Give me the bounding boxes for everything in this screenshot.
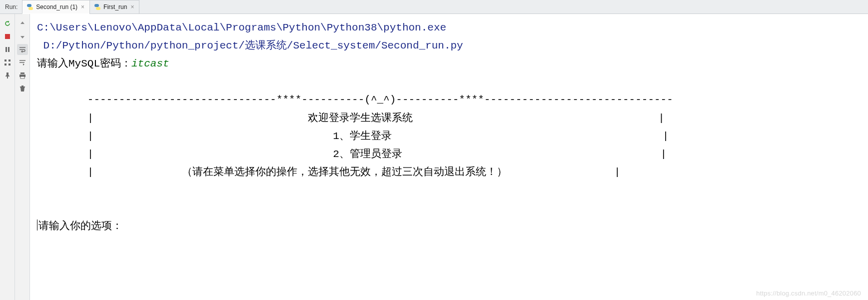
tab-first-run[interactable]: First_run × <box>89 0 139 14</box>
pause-button[interactable] <box>2 44 13 55</box>
svg-rect-7 <box>20 72 24 74</box>
svg-rect-3 <box>4 60 6 62</box>
script-path: D:/Python/Python/python_project/选课系统/Sel… <box>37 40 463 52</box>
python-icon <box>26 4 33 10</box>
menu-hint: | （请在菜单选择你的操作，选择其他无效，超过三次自动退出系统！） | <box>37 166 621 178</box>
tab-bar: Run: Second_run (1) × First_run × <box>0 0 868 14</box>
structure-button[interactable] <box>2 57 13 68</box>
python-icon <box>94 4 101 10</box>
svg-rect-9 <box>20 76 24 78</box>
secondary-toolbar <box>15 14 30 300</box>
tab-title: Second_run (1) <box>36 4 77 10</box>
close-icon[interactable]: × <box>80 4 85 10</box>
watermark: https://blog.csdn.net/m0_46202060 <box>756 290 861 297</box>
svg-rect-0 <box>5 34 10 39</box>
run-tool-window: Run: Second_run (1) × First_run × <box>0 0 868 300</box>
print-button[interactable] <box>17 70 28 81</box>
menu-option-2: | 2、管理员登录 | <box>37 148 667 160</box>
delete-button[interactable] <box>17 83 28 94</box>
svg-rect-6 <box>8 64 10 66</box>
prompt-password: 请输入MySQL密码： <box>37 58 131 70</box>
menu-divider: ------------------------------****------… <box>37 94 673 106</box>
svg-rect-2 <box>8 47 9 52</box>
close-icon[interactable]: × <box>129 4 135 10</box>
python-exe-path: C:\Users\Lenovo\AppData\Local\Programs\P… <box>37 22 446 34</box>
menu-title: | 欢迎登录学生选课系统 | <box>37 112 665 124</box>
down-button[interactable] <box>17 31 28 42</box>
password-input-value: itcast <box>131 58 169 70</box>
text-cursor <box>37 220 37 230</box>
left-toolbar <box>0 14 15 300</box>
stop-button[interactable] <box>2 31 13 42</box>
run-label: Run: <box>2 4 22 10</box>
body-area: C:\Users\Lenovo\AppData\Local\Programs\P… <box>0 14 868 300</box>
svg-rect-4 <box>4 64 6 66</box>
scroll-to-end-button[interactable] <box>17 57 28 68</box>
svg-rect-5 <box>8 60 10 62</box>
console-output[interactable]: C:\Users\Lenovo\AppData\Local\Programs\P… <box>30 14 868 300</box>
tab-second-run[interactable]: Second_run (1) × <box>22 0 90 14</box>
rerun-button[interactable] <box>2 18 13 29</box>
pin-button[interactable] <box>2 70 13 81</box>
tab-title: First_run <box>103 4 127 10</box>
menu-option-1: | 1、学生登录 | <box>37 130 669 142</box>
soft-wrap-button[interactable] <box>17 44 28 55</box>
prompt-selection: 请输入你的选项： <box>38 220 122 232</box>
up-button[interactable] <box>17 18 28 29</box>
svg-rect-11 <box>21 86 23 86</box>
svg-rect-10 <box>20 86 25 88</box>
svg-rect-1 <box>5 47 7 52</box>
